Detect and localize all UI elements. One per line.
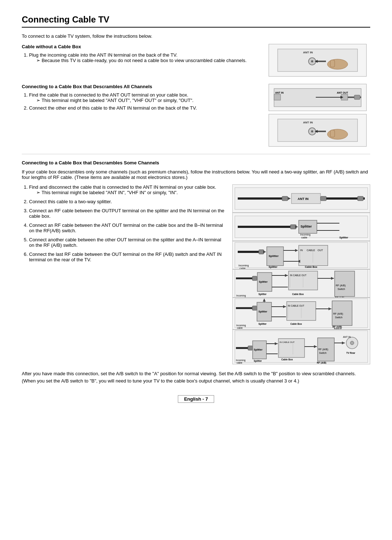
svg-text:RF (A/B): RF (A/B) <box>333 312 343 315</box>
section1-block: Cable without a Cable Box Plug the incom… <box>22 44 370 77</box>
svg-text:IN  CABLE  OUT: IN CABLE OUT <box>290 274 306 277</box>
diag-step6-svg: Splitter IN CABLE OUT RF (A/B) <box>234 330 368 364</box>
svg-text:Cable Box: Cable Box <box>305 266 317 268</box>
section2-steps: Find the cable that is connected to the … <box>29 92 261 111</box>
footer-label: English - 7 <box>178 395 214 403</box>
section3-steps-text: Find and disconnect the cable that is co… <box>22 184 225 364</box>
diag-step3-svg: Splitter IN CABLE OUT Incomi <box>234 241 368 269</box>
diagram-ant-in-hand2: ANT IN <box>269 114 367 147</box>
diag-step4-svg: Splitter IN CABLE OUT RF (A/B) <box>234 269 368 298</box>
section3-diagrams: ANT IN <box>232 184 370 364</box>
svg-rect-22 <box>330 130 335 137</box>
section1-heading: Cable without a Cable Box <box>22 44 261 49</box>
section3-step1-note: This terminal might be labeled "ANT IN",… <box>36 190 225 195</box>
diag-step5-svg: Splitter IN CABLE OUT <box>234 298 368 329</box>
section1-diagrams: ANT IN <box>269 44 370 77</box>
diag-step1: ANT IN <box>232 184 370 213</box>
svg-rect-31 <box>320 196 326 201</box>
section3-step4: Connect an RF cable between the ANT OUT … <box>29 222 225 233</box>
svg-text:cable: cable <box>237 327 243 329</box>
svg-text:ANT IN: ANT IN <box>343 336 351 338</box>
svg-text:Switch: Switch <box>335 316 343 319</box>
svg-text:Splitter: Splitter <box>254 348 262 351</box>
svg-text:Splitter: Splitter <box>259 281 268 283</box>
svg-text:cable: cable <box>237 361 242 364</box>
section1-step1-note: Because this TV is cable-ready, you do n… <box>36 58 261 63</box>
section1-steps: Plug the incoming cable into the ANT IN … <box>29 52 261 63</box>
diag-step4: Splitter IN CABLE OUT RF (A/B) <box>232 269 370 298</box>
svg-rect-79 <box>335 271 355 296</box>
svg-text:Switch: Switch <box>338 288 345 290</box>
svg-point-20 <box>311 130 313 132</box>
section3-steps-list: Find and disconnect the cable that is co… <box>29 184 225 262</box>
svg-text:OUT: OUT <box>318 249 323 251</box>
svg-text:Cable Box: Cable Box <box>281 358 293 361</box>
svg-text:cable: cable <box>301 236 307 239</box>
svg-text:ANT IN: ANT IN <box>303 121 313 124</box>
section2-step1-note: This terminal might be labeled "ANT OUT"… <box>36 98 261 103</box>
footer: English - 7 <box>22 395 370 403</box>
section3-block: Connecting to a Cable Box that Descrambl… <box>22 160 370 384</box>
diag-step2: Splitter Incoming cable Splitter <box>232 213 370 241</box>
section2-diagrams: ANT IN ANT OUT ANT IN <box>269 84 370 147</box>
svg-text:Splitter: Splitter <box>258 323 267 326</box>
svg-rect-67 <box>252 276 257 281</box>
section2-block: Connecting to a Cable Box that Descrambl… <box>22 84 370 147</box>
svg-text:Splitter: Splitter <box>269 254 279 258</box>
diag-step3: Splitter IN CABLE OUT Incomi <box>232 241 370 269</box>
diag-step2-svg: Splitter Incoming cable Splitter <box>234 214 368 239</box>
svg-text:IN  CABLE  OUT: IN CABLE OUT <box>288 304 304 307</box>
svg-text:Splitter: Splitter <box>254 360 262 363</box>
section2-heading: Connecting to a Cable Box that Descrambl… <box>22 84 261 89</box>
svg-text:CABLE: CABLE <box>307 249 315 251</box>
section2-step1: Find the cable that is connected to the … <box>29 92 261 103</box>
diag-step1-svg: ANT IN <box>234 186 368 211</box>
svg-rect-27 <box>282 196 288 201</box>
diagram-ant-in-out: ANT IN ANT OUT <box>269 84 367 111</box>
svg-rect-16 <box>354 95 360 99</box>
svg-rect-90 <box>252 306 257 310</box>
section3-after-text: After you have made this connection, set… <box>22 370 370 384</box>
intro-text: To connect to a cable TV system, follow … <box>22 33 370 39</box>
section3-heading: Connecting to a Cable Box that Descrambl… <box>22 160 370 165</box>
svg-rect-9 <box>274 94 281 100</box>
svg-text:Switch: Switch <box>334 328 342 329</box>
svg-text:ANT IN: ANT IN <box>298 197 309 201</box>
svg-text:IN  CABLE  OUT: IN CABLE OUT <box>279 341 295 343</box>
section3-step1: Find and disconnect the cable that is co… <box>29 184 225 195</box>
svg-rect-115 <box>248 346 253 350</box>
svg-text:Splitter: Splitter <box>269 266 277 269</box>
diagram-ant-in-hand2-svg: ANT IN <box>274 116 361 144</box>
section1-step1: Plug the incoming cable into the ANT IN … <box>29 52 261 63</box>
section3-layout: Find and disconnect the cable that is co… <box>22 184 370 364</box>
svg-text:Splitter: Splitter <box>301 225 312 228</box>
svg-text:Switch: Switch <box>318 364 326 364</box>
svg-point-3 <box>311 60 313 62</box>
diag-step6: Splitter IN CABLE OUT RF (A/B) <box>232 330 370 364</box>
svg-text:Incoming: Incoming <box>300 233 311 236</box>
diag-step5: Splitter IN CABLE OUT <box>232 298 370 330</box>
section3-intro: If your cable box descrambles only some … <box>22 169 370 180</box>
diagram-ant-in-hand: ANT IN <box>269 44 367 77</box>
section2-step2: Connect the other end of this cable to t… <box>29 105 261 111</box>
svg-text:Splitter: Splitter <box>258 310 267 313</box>
diagram-cable-box-svg: ANT IN ANT OUT <box>272 86 363 109</box>
svg-rect-33 <box>358 196 363 201</box>
svg-text:ANT OUT: ANT OUT <box>337 91 348 94</box>
section-divider <box>22 154 370 154</box>
svg-text:ANT IN: ANT IN <box>275 91 283 94</box>
svg-text:Switch: Switch <box>319 352 327 354</box>
svg-text:Cable Box: Cable Box <box>292 293 304 295</box>
svg-text:IN: IN <box>300 249 303 251</box>
svg-text:ANT IN: ANT IN <box>303 51 313 54</box>
svg-text:RF (A/B): RF (A/B) <box>318 348 328 351</box>
diagram-ant-in-svg: ANT IN <box>274 46 361 74</box>
svg-rect-47 <box>259 250 264 254</box>
page-title: Connecting Cable TV <box>22 15 370 28</box>
svg-text:TV Rear: TV Rear <box>346 352 355 354</box>
section3-step6: Connect the last RF cable between the OU… <box>29 251 225 262</box>
svg-text:Incoming: Incoming <box>236 294 246 297</box>
svg-point-133 <box>350 341 354 345</box>
svg-text:Incoming: Incoming <box>238 264 249 267</box>
section3-step3: Connect an RF cable between the OUTPUT t… <box>29 208 225 219</box>
